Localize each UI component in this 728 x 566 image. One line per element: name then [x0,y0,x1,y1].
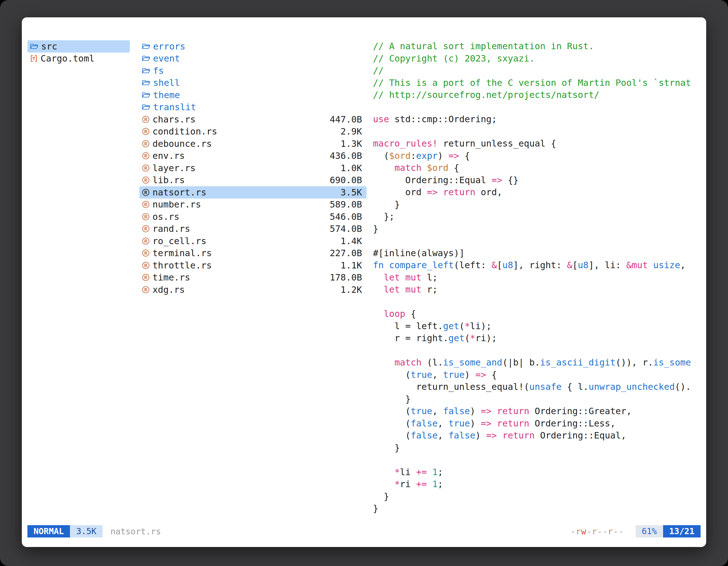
code-line: // This is a port of the C version of Ma… [373,77,702,89]
preview-pane: // A natural sort implementation in Rust… [373,40,702,515]
code-line: let mut l; [373,272,702,284]
file-name: errors [153,41,185,52]
file-size: 1.0K [340,163,362,173]
file-row[interactable]: translit [139,101,367,114]
code-line: r = right.get(*ri); [373,332,702,344]
status-bar: NORMAL 3.5K natsort.rs -rw-r--r-- 61% 13… [27,525,701,537]
file-row[interactable]: Rterminal.rs227.0B [139,247,367,260]
file-name: translit [153,102,196,112]
svg-text:R: R [144,287,147,292]
code-line: macro_rules! return_unless_equal { [373,138,702,150]
rust-file-icon: R [142,127,150,136]
file-row[interactable]: Renv.rs436.0B [139,150,367,162]
file-size: 589.0B [330,199,362,210]
file-name: layer.rs [152,163,196,173]
code-line: } [373,490,702,503]
rust-file-icon: R [142,237,150,245]
yazi-file-manager-window: srcCargo.toml errorseventfsshellthemetra… [22,17,706,547]
svg-text:R: R [144,154,147,159]
status-right-group: -rw-r--r-- 61% 13/21 [570,525,701,537]
file-row[interactable]: theme [139,89,367,101]
code-line [373,296,702,308]
file-size: 574.0B [330,224,362,234]
code-line: match (l.is_some_and(|b| b.is_ascii_digi… [373,356,702,369]
rust-file-icon: R [142,249,150,257]
code-line [373,101,702,114]
file-row[interactable]: Rcondition.rs2.9K [139,126,367,138]
rust-file-icon: R [142,115,150,124]
file-row[interactable]: Ros.rs546.0B [139,211,367,223]
file-row[interactable]: shell [139,77,367,89]
folder-icon [142,103,151,111]
rust-file-icon: R [142,261,150,270]
file-row[interactable]: Rxdg.rs1.2K [139,283,367,296]
code-line: (false, false) => return Ordering::Equal… [373,429,702,442]
file-row[interactable]: fs [139,65,367,77]
code-line: let mut r; [373,283,702,296]
file-name: fs [153,65,164,76]
file-row[interactable]: Rnumber.rs589.0B [139,199,367,211]
scroll-percent-badge: 61% [636,525,663,537]
svg-text:R: R [144,141,147,146]
code-line: } [373,442,702,454]
file-size: 1.1K [340,260,362,271]
file-row[interactable]: event [139,53,367,65]
file-size: 436.0B [330,151,362,161]
svg-text:R: R [144,239,147,244]
code-line: // Copyright (c) 2023, sxyazi. [373,53,702,65]
file-name: time.rs [152,272,190,283]
code-line [373,126,702,138]
folder-icon [142,54,151,63]
file-row[interactable]: src [27,40,130,53]
code-line: } [373,199,702,211]
file-name: natsort.rs [152,187,206,198]
file-size: 1.3K [340,139,362,149]
file-row[interactable]: Rtime.rs178.0B [139,272,367,284]
mode-badge: NORMAL [27,525,70,537]
rust-file-icon: R [142,152,150,160]
file-size: 690.0B [330,175,362,186]
parent-pane: srcCargo.toml [27,40,130,65]
permissions: -rw-r--r-- [570,527,624,536]
desktop-background: srcCargo.toml errorseventfsshellthemetra… [0,0,728,566]
file-size-badge: 3.5K [70,525,102,537]
file-row[interactable]: Rrand.rs574.0B [139,223,367,235]
svg-text:R: R [144,190,147,195]
status-filename: natsort.rs [111,527,161,536]
file-row[interactable]: Rlayer.rs1.0K [139,162,367,174]
svg-text:R: R [144,117,147,122]
folder-icon [30,42,39,51]
file-name: os.rs [152,212,179,222]
file-row[interactable]: Rro_cell.rs1.4K [139,235,367,247]
file-row[interactable]: Rlib.rs690.0B [139,174,367,187]
code-line [373,344,702,357]
code-line: return_unless_equal!(unsafe { l.unwrap_u… [373,381,702,393]
svg-text:R: R [144,275,147,280]
code-line: #[inline(always)] [373,247,702,260]
file-name: rand.rs [152,224,190,234]
code-line: *ri += 1; [373,478,702,490]
svg-text:R: R [144,251,147,256]
rust-file-icon: R [142,200,150,209]
file-row[interactable]: errors [139,40,367,53]
file-name: chars.rs [152,114,196,125]
rust-file-icon: R [142,273,150,282]
svg-text:R: R [144,129,147,134]
file-row[interactable]: Rthrottle.rs1.1K [139,259,367,272]
code-line: } [373,502,702,515]
file-row[interactable]: Rchars.rs447.0B [139,113,367,126]
code-line: (true, false) => return Ordering::Greate… [373,405,702,417]
file-name: Cargo.toml [41,53,95,64]
file-size: 178.0B [330,272,362,283]
file-row[interactable]: Cargo.toml [27,53,130,65]
file-name: terminal.rs [152,248,212,259]
svg-text:R: R [144,214,147,219]
code-line: match $ord { [373,162,702,174]
file-size: 227.0B [330,248,362,259]
file-row[interactable]: Rdebounce.rs1.3K [139,138,367,150]
code-line: }; [373,211,702,223]
code-line: *li += 1; [373,466,702,478]
code-line: l = left.get(*li); [373,320,702,332]
file-row[interactable]: Rnatsort.rs3.5K [139,186,367,199]
svg-text:R: R [144,202,147,207]
